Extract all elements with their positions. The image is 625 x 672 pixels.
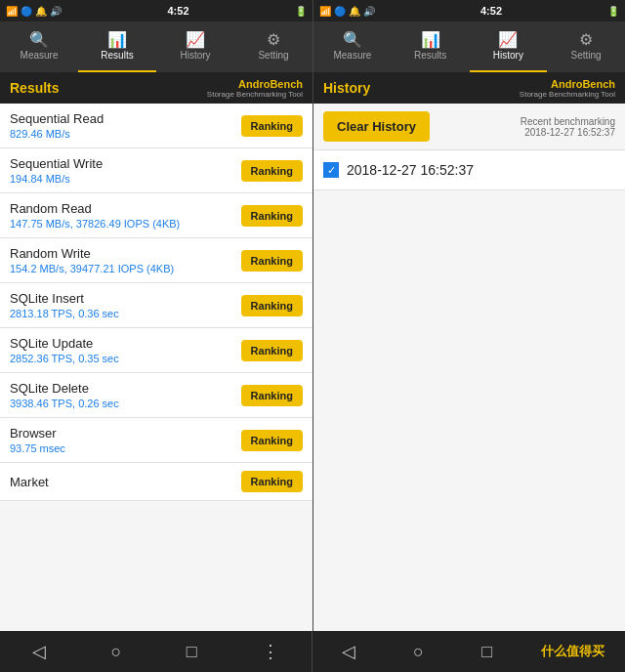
- left-menu-btn[interactable]: ⋮: [247, 636, 294, 667]
- result-row: Random Read 147.75 MB/s, 37826.49 IOPS (…: [0, 193, 312, 238]
- result-name: SQLite Update: [10, 336, 119, 351]
- right-home-btn[interactable]: ○: [398, 637, 438, 667]
- result-value: 2852.36 TPS, 0.35 sec: [10, 353, 119, 364]
- right-brand-sub: Storage Benchmarking Tool: [520, 90, 615, 99]
- right-history-icon: 📈: [498, 32, 518, 48]
- right-nav-setting[interactable]: ⚙ Setting: [547, 21, 625, 72]
- result-row: Sequential Read 829.46 MB/s Ranking: [0, 104, 312, 148]
- result-value: 3938.46 TPS, 0.26 sec: [10, 398, 119, 409]
- left-results-label: Results: [101, 50, 133, 61]
- recent-info: Recent benchmarking 2018-12-27 16:52:37: [521, 116, 615, 138]
- result-name: Browser: [10, 426, 65, 441]
- left-page-title: Results: [10, 80, 60, 96]
- right-back-btn[interactable]: ◁: [327, 636, 370, 667]
- result-row: SQLite Insert 2813.18 TPS, 0.36 sec Rank…: [0, 283, 312, 328]
- right-bottom-nav: ◁ ○ □ 什么值得买: [312, 631, 625, 672]
- result-name: Sequential Write: [10, 156, 103, 171]
- left-nav-measure[interactable]: 🔍 Measure: [0, 21, 78, 72]
- right-nav-measure[interactable]: 🔍 Measure: [313, 21, 392, 72]
- left-home-btn[interactable]: ○: [96, 637, 136, 667]
- left-app-header: Results AndroBench Storage Benchmarking …: [0, 72, 312, 104]
- wifi-icon: 📶: [6, 6, 18, 17]
- left-nav-history[interactable]: 📈 History: [156, 21, 234, 72]
- left-brand-name: AndroBench: [238, 78, 303, 90]
- result-info: Random Write 154.2 MB/s, 39477.21 IOPS (…: [10, 246, 174, 274]
- left-back-btn[interactable]: ◁: [18, 636, 61, 667]
- right-recents-btn[interactable]: □: [467, 637, 507, 667]
- ranking-button[interactable]: Ranking: [241, 160, 303, 182]
- recent-label: Recent benchmarking: [521, 116, 615, 127]
- history-item[interactable]: ✓ 2018-12-27 16:52:37: [313, 150, 625, 190]
- right-brand-footer: 什么值得买: [535, 639, 610, 664]
- right-nav-history[interactable]: 📈 History: [470, 21, 548, 72]
- ranking-button[interactable]: Ranking: [241, 250, 303, 272]
- sound-icon: 🔊: [50, 6, 62, 17]
- result-info: Sequential Read 829.46 MB/s: [10, 111, 104, 140]
- left-setting-label: Setting: [258, 50, 288, 61]
- ranking-button[interactable]: Ranking: [241, 205, 303, 227]
- left-bottom-nav: ◁ ○ □ ⋮: [0, 631, 312, 672]
- left-measure-label: Measure: [21, 50, 59, 61]
- right-status-time: 4:52: [480, 5, 502, 17]
- right-measure-icon: 🔍: [343, 32, 362, 48]
- result-row: SQLite Delete 3938.46 TPS, 0.26 sec Rank…: [0, 373, 312, 418]
- left-status-time: 4:52: [167, 5, 188, 17]
- left-results-icon: 📊: [107, 32, 127, 48]
- left-nav-bar: 🔍 Measure 📊 Results 📈 History ⚙ Setting: [0, 21, 312, 72]
- result-value: 93.75 msec: [10, 442, 65, 454]
- bottom-bar: ◁ ○ □ ⋮ ◁ ○ □ 什么值得买: [0, 631, 625, 672]
- result-info: Market: [10, 475, 49, 489]
- left-recents-btn[interactable]: □: [172, 637, 212, 667]
- bt-icon: 🔵: [21, 6, 32, 17]
- right-wifi-icon: 📶: [319, 6, 331, 17]
- right-screen: 📶 🔵 🔔 🔊 4:52 🔋 🔍 Measure 📊 Results 📈 His…: [312, 0, 625, 631]
- result-value: 829.46 MB/s: [10, 128, 104, 140]
- left-measure-icon: 🔍: [29, 32, 49, 48]
- result-row: Market Ranking: [0, 463, 312, 501]
- right-status-bar: 📶 🔵 🔔 🔊 4:52 🔋: [313, 0, 625, 21]
- result-row: Random Write 154.2 MB/s, 39477.21 IOPS (…: [0, 238, 312, 283]
- right-results-icon: 📊: [421, 32, 440, 48]
- right-history-label: History: [493, 50, 523, 61]
- clear-history-button[interactable]: Clear History: [323, 111, 430, 142]
- right-brand-name: AndroBench: [551, 78, 615, 90]
- left-screen: 📶 🔵 🔔 🔊 4:52 🔋 🔍 Measure 📊 Results 📈 His…: [0, 0, 312, 631]
- right-setting-label: Setting: [571, 50, 602, 61]
- ranking-button[interactable]: Ranking: [241, 385, 303, 406]
- result-info: Sequential Write 194.84 MB/s: [10, 156, 103, 185]
- left-status-icons: 📶 🔵 🔔 🔊: [6, 6, 62, 17]
- right-results-label: Results: [414, 50, 446, 61]
- left-brand: AndroBench Storage Benchmarking Tool: [207, 78, 303, 99]
- left-nav-setting[interactable]: ⚙ Setting: [234, 21, 312, 72]
- right-brand: AndroBench Storage Benchmarking Tool: [520, 78, 615, 99]
- left-battery-icon: 🔋: [295, 6, 307, 17]
- left-status-bar: 📶 🔵 🔔 🔊 4:52 🔋: [0, 0, 312, 21]
- result-row: SQLite Update 2852.36 TPS, 0.35 sec Rank…: [0, 328, 312, 373]
- ranking-button[interactable]: Ranking: [241, 430, 303, 451]
- left-setting-icon: ⚙: [267, 32, 280, 48]
- result-value: 2813.18 TPS, 0.36 sec: [10, 308, 119, 319]
- result-value: 154.2 MB/s, 39477.21 IOPS (4KB): [10, 263, 174, 274]
- left-brand-sub: Storage Benchmarking Tool: [207, 90, 303, 99]
- history-checkbox[interactable]: ✓: [323, 162, 339, 178]
- right-sound-icon: 🔊: [363, 6, 375, 17]
- ranking-button[interactable]: Ranking: [241, 115, 303, 137]
- recent-date: 2018-12-27 16:52:37: [521, 127, 615, 138]
- result-value: 147.75 MB/s, 37826.49 IOPS (4KB): [10, 218, 180, 230]
- left-nav-results[interactable]: 📊 Results: [78, 21, 156, 72]
- result-info: SQLite Insert 2813.18 TPS, 0.36 sec: [10, 291, 119, 319]
- result-name: Random Read: [10, 201, 180, 216]
- ranking-button[interactable]: Ranking: [241, 471, 303, 492]
- result-info: Random Read 147.75 MB/s, 37826.49 IOPS (…: [10, 201, 180, 230]
- result-info: SQLite Delete 3938.46 TPS, 0.26 sec: [10, 381, 119, 409]
- right-measure-label: Measure: [333, 50, 371, 61]
- result-row: Browser 93.75 msec Ranking: [0, 418, 312, 463]
- result-name: Market: [10, 475, 49, 489]
- result-row: Sequential Write 194.84 MB/s Ranking: [0, 148, 312, 193]
- history-list: ✓ 2018-12-27 16:52:37: [313, 150, 625, 631]
- ranking-button[interactable]: Ranking: [241, 340, 303, 361]
- history-item-label: 2018-12-27 16:52:37: [347, 162, 474, 178]
- ranking-button[interactable]: Ranking: [241, 295, 303, 316]
- right-nav-results[interactable]: 📊 Results: [392, 21, 470, 72]
- right-app-header: History AndroBench Storage Benchmarking …: [313, 72, 625, 104]
